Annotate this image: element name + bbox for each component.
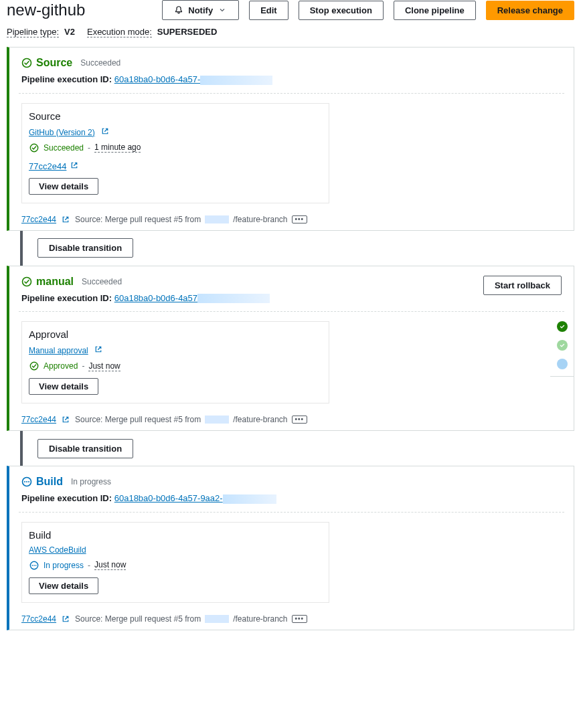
exec-id-label: Pipeline execution ID:	[21, 293, 112, 303]
external-link-icon	[60, 414, 71, 425]
stage-status: In progress	[71, 477, 111, 486]
commit-link[interactable]: 77cc2e44	[21, 215, 56, 224]
page-title: new-github	[7, 1, 85, 19]
stage-name: Source	[36, 57, 72, 69]
action-status: Approved	[44, 361, 78, 371]
check-circle-icon	[21, 276, 32, 287]
view-details-button[interactable]: View details	[29, 378, 98, 395]
action-timestamp: 1 minute ago	[94, 143, 141, 153]
disable-transition-button[interactable]: Disable transition	[37, 439, 133, 458]
exec-id-link[interactable]: 60a18ba0-b0d6-4a57-	[114, 74, 201, 84]
status-dot-success[interactable]	[557, 321, 568, 332]
exec-id-link[interactable]: 60a18ba0-b0d6-4a57	[114, 293, 197, 303]
pipeline-type-value: V2	[64, 27, 75, 37]
start-rollback-button[interactable]: Start rollback	[483, 276, 562, 295]
transition-band: Disable transition	[7, 231, 574, 266]
commit-msg-suffix: /feature-branch	[233, 614, 287, 624]
status-dot-success-alt[interactable]	[557, 340, 568, 351]
action-status: In progress	[44, 561, 84, 570]
transition-bar	[20, 431, 23, 466]
external-link-icon	[69, 160, 80, 171]
commit-link[interactable]: 77cc2e44	[21, 415, 56, 424]
pipeline-type-label: Pipeline type:	[7, 27, 59, 37]
external-link-icon	[60, 614, 71, 624]
action-provider-link[interactable]: GitHub (Version 2)	[29, 128, 95, 137]
check-circle-icon	[21, 58, 32, 68]
commit-mask	[205, 215, 229, 223]
external-link-icon	[100, 126, 110, 136]
transition-bar	[20, 231, 23, 266]
action-card: Source GitHub (Version 2) Succeeded - 1 …	[21, 103, 329, 203]
action-name: Build	[29, 529, 322, 541]
action-timestamp: Just now	[94, 560, 126, 570]
external-link-icon	[60, 214, 71, 225]
in-progress-icon	[29, 560, 39, 571]
exec-id-label: Pipeline execution ID:	[21, 74, 112, 84]
in-progress-icon	[21, 476, 32, 487]
status-rail	[550, 321, 574, 377]
stage-status: Succeeded	[82, 277, 122, 286]
chevron-down-icon	[217, 5, 228, 15]
action-name: Approval	[29, 329, 322, 340]
exec-id-mask	[197, 294, 270, 303]
action-provider-link[interactable]: Manual approval	[29, 346, 88, 355]
exec-id-link[interactable]: 60a18ba0-b0d6-4a57-9aa2-	[114, 493, 223, 503]
bell-icon	[173, 5, 184, 15]
commit-msg-prefix: Source: Merge pull request #5 from	[75, 215, 201, 224]
action-card: Build AWS CodeBuild In progress - Just n…	[21, 522, 329, 603]
action-commit-link[interactable]: 77cc2e44	[29, 161, 66, 171]
stage-source: Source Succeeded Pipeline execution ID: …	[7, 47, 574, 231]
action-card: Approval Manual approval Approved - Just…	[21, 321, 329, 403]
commit-mask	[205, 416, 229, 424]
commit-msg-suffix: /feature-branch	[233, 215, 287, 224]
stage-manual: manual Succeeded Pipeline execution ID: …	[7, 266, 574, 432]
exec-mode-label: Execution mode:	[87, 27, 152, 37]
notify-button[interactable]: Notify	[162, 0, 239, 20]
exec-mode-value: SUPERSEDED	[157, 27, 218, 37]
exec-id-label: Pipeline execution ID:	[21, 493, 112, 503]
exec-id-mask	[200, 76, 272, 85]
action-name: Source	[29, 110, 322, 122]
commit-msg-suffix: /feature-branch	[233, 415, 287, 424]
edit-button[interactable]: Edit	[249, 1, 288, 20]
external-link-icon	[93, 344, 104, 355]
commit-msg-prefix: Source: Merge pull request #5 from	[75, 614, 201, 624]
more-button[interactable]: •••	[292, 215, 308, 223]
view-details-button[interactable]: View details	[29, 577, 98, 594]
stage-build: Build In progress Pipeline execution ID:…	[7, 466, 574, 630]
commit-link[interactable]: 77cc2e44	[21, 614, 56, 624]
commit-msg-prefix: Source: Merge pull request #5 from	[75, 415, 201, 424]
more-button[interactable]: •••	[292, 615, 308, 623]
stage-name: manual	[36, 276, 74, 288]
check-circle-icon	[29, 143, 39, 153]
stage-status: Succeeded	[80, 58, 120, 68]
release-change-button[interactable]: Release change	[486, 1, 574, 20]
commit-mask	[205, 615, 229, 623]
stage-name: Build	[36, 476, 63, 488]
disable-transition-button[interactable]: Disable transition	[37, 238, 133, 258]
transition-band: Disable transition	[7, 431, 574, 466]
action-timestamp: Just now	[88, 361, 120, 371]
clone-pipeline-button[interactable]: Clone pipeline	[394, 1, 476, 20]
more-button[interactable]: •••	[292, 416, 308, 424]
check-circle-icon	[29, 361, 39, 371]
view-details-button[interactable]: View details	[29, 178, 98, 195]
action-status: Succeeded	[44, 143, 84, 153]
status-dot-inprogress[interactable]	[557, 359, 568, 369]
stop-execution-button[interactable]: Stop execution	[299, 1, 384, 20]
notify-label: Notify	[188, 5, 213, 15]
exec-id-mask	[223, 494, 276, 504]
action-provider-link[interactable]: AWS CodeBuild	[29, 545, 86, 555]
